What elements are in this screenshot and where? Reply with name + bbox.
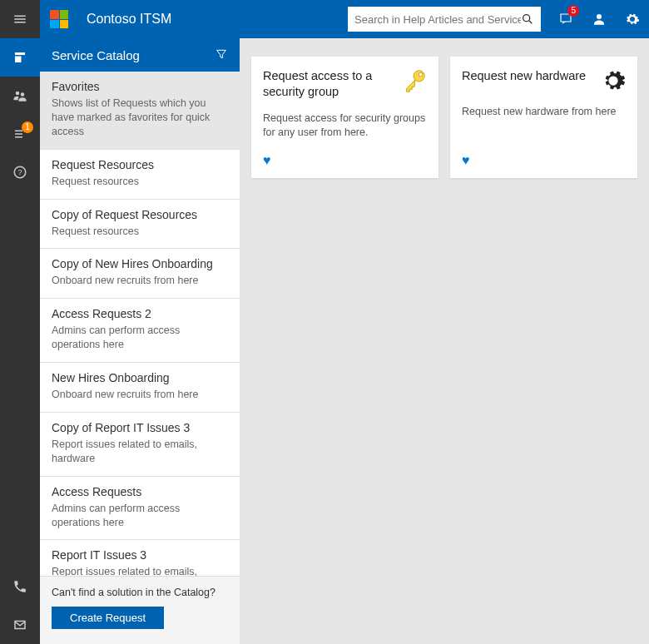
favorite-icon[interactable]: ♥ — [462, 153, 470, 168]
gear-icon — [601, 68, 626, 93]
filter-icon[interactable] — [215, 47, 228, 63]
sidebar: Service Catalog FavoritesShows list of R… — [40, 38, 240, 644]
catalog-item[interactable]: Report IT Issues 3Report issues related … — [40, 540, 240, 576]
sidebar-footer: Can't find a solution in the Catalog? Cr… — [40, 576, 240, 644]
catalog-item-title: Report IT Issues 3 — [52, 548, 228, 562]
request-card[interactable]: Request new hardwareRequest new hardware… — [450, 57, 637, 178]
catalog-item-title: Copy of New Hires Onboarding — [52, 257, 228, 270]
nav-help-icon[interactable]: ? — [0, 153, 40, 191]
sidebar-title: Service Catalog — [52, 48, 215, 62]
card-desc: Request new hardware from here — [462, 105, 626, 119]
catalog-list: FavoritesShows list of Requests which yo… — [40, 72, 240, 576]
catalog-item-title: Copy of Request Resources — [52, 208, 228, 221]
footer-question: Can't find a solution in the Catalog? — [52, 587, 228, 598]
nav-requests-icon[interactable]: 1 — [0, 115, 40, 153]
nav-rail: 1 ? — [0, 0, 40, 644]
svg-point-6 — [610, 77, 617, 84]
hamburger-icon[interactable] — [0, 0, 40, 38]
catalog-item-title: Access Requests — [52, 485, 228, 498]
svg-point-5 — [419, 72, 423, 77]
nav-phone-icon[interactable] — [0, 567, 40, 606]
logo-icon — [50, 10, 68, 28]
catalog-item-title: Copy of Report IT Issues 3 — [52, 421, 228, 434]
svg-point-2 — [523, 15, 530, 22]
search-input[interactable] — [354, 13, 521, 26]
catalog-item-title: Access Requests 2 — [52, 307, 228, 320]
notifications-badge: 5 — [567, 5, 579, 17]
catalog-item-desc: Report issues related to emails, hardwar… — [52, 565, 228, 576]
catalog-item-desc: Report issues related to emails, hardwar… — [52, 438, 228, 466]
search-box[interactable] — [348, 7, 541, 32]
svg-point-3 — [597, 14, 602, 19]
catalog-item[interactable]: Access RequestsAdmins can perform access… — [40, 477, 240, 541]
catalog-item-desc: Request resources — [52, 225, 228, 239]
catalog-item[interactable]: Access Requests 2Admins can perform acce… — [40, 299, 240, 363]
nav-catalog-icon[interactable] — [0, 38, 40, 77]
nav-people-icon[interactable] — [0, 77, 40, 115]
catalog-item[interactable]: FavoritesShows list of Requests which yo… — [40, 72, 240, 150]
catalog-item-desc: Onboard new recruits from here — [52, 274, 228, 288]
user-icon[interactable] — [582, 0, 616, 38]
catalog-item-desc: Shows list of Requests which you have ma… — [52, 97, 228, 139]
catalog-item[interactable]: Copy of Report IT Issues 3Report issues … — [40, 413, 240, 477]
catalog-item-desc: Request resources — [52, 175, 228, 189]
key-icon — [402, 68, 427, 93]
request-card[interactable]: Request access to a security groupReques… — [251, 57, 438, 178]
create-request-button[interactable]: Create Request — [52, 607, 164, 629]
header: Contoso ITSM 5 — [0, 0, 649, 38]
catalog-item-desc: Admins can perform access operations her… — [52, 502, 228, 530]
card-title: Request new hardware — [462, 68, 594, 84]
favorite-icon[interactable]: ♥ — [263, 153, 271, 168]
nav-mail-icon[interactable] — [0, 606, 40, 644]
sidebar-header: Service Catalog — [40, 38, 240, 72]
catalog-item[interactable]: Copy of New Hires OnboardingOnboard new … — [40, 249, 240, 299]
catalog-item[interactable]: Request ResourcesRequest resources — [40, 150, 240, 200]
catalog-item-title: New Hires Onboarding — [52, 371, 228, 384]
catalog-item-title: Favorites — [52, 80, 228, 93]
card-title: Request access to a security group — [263, 68, 395, 100]
catalog-item-desc: Onboard new recruits from here — [52, 388, 228, 402]
catalog-item-desc: Admins can perform access operations her… — [52, 324, 228, 352]
app-title: Contoso ITSM — [87, 12, 171, 27]
notifications-icon[interactable]: 5 — [549, 0, 582, 38]
nav-requests-badge: 1 — [22, 121, 33, 133]
main-content: Request access to a security groupReques… — [240, 38, 649, 644]
card-desc: Request access for security groups for a… — [263, 111, 427, 140]
catalog-item[interactable]: New Hires OnboardingOnboard new recruits… — [40, 363, 240, 413]
search-icon — [521, 12, 534, 26]
catalog-item-title: Request Resources — [52, 158, 228, 171]
gear-icon[interactable] — [616, 0, 649, 38]
svg-text:?: ? — [17, 168, 22, 176]
catalog-item[interactable]: Copy of Request ResourcesRequest resourc… — [40, 200, 240, 250]
